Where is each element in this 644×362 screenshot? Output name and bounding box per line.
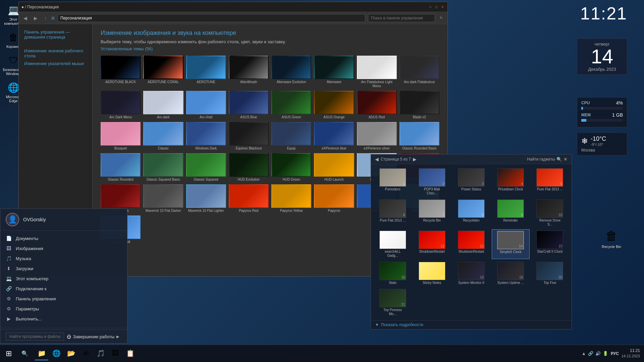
start-menu-item-8[interactable]: ▶ Выполнить... [0,314,127,324]
taskbar-explorer-icon[interactable]: 📁 [35,347,48,360]
gadgets-prev-button[interactable]: ◀ [375,157,379,162]
theme-item-0[interactable]: AEROTUNE BLACK [101,56,141,88]
back-button[interactable]: ◀ [21,15,29,21]
taskbar-edge-icon[interactable]: 🌐 [50,347,63,360]
gadget-item-20[interactable]: 21 Top Process Mo... [374,288,412,317]
theme-item-11[interactable]: ASUS Blue [229,91,269,119]
gadget-item-7[interactable]: 8 Recyclebin [452,198,490,228]
theme-item-22[interactable]: eXPerience silver [357,122,397,150]
gadget-item-4[interactable]: 5 Pure Flat 2013 ... [531,167,569,197]
minimize-button[interactable]: ─ [428,5,433,9]
theme-item-20[interactable]: Equip [271,122,311,150]
tray-network-icon[interactable]: 🔗 [588,351,593,356]
theme-item-25[interactable]: Glassic Squared Basic [143,153,183,182]
forward-button[interactable]: ▶ [32,15,40,21]
gadget-item-16[interactable]: 17 Sticky Notes [413,260,451,286]
gadgets-next-button[interactable]: ▶ [413,157,417,162]
theme-item-10[interactable]: Arc-Void [186,91,226,119]
start-menu-item-7[interactable]: ⚙ Параметры [0,304,127,314]
gadget-item-1[interactable]: 2 POP3 Mail Chec... [413,167,451,197]
theme-item-24[interactable]: Glassic Rounded [101,153,141,182]
start-menu-item-4[interactable]: 💻 Этот компьютер [0,274,127,284]
tray-volume-icon[interactable]: 🔊 [595,351,601,356]
theme-item-35[interactable]: Papyros Red [229,184,269,213]
taskbar-search-button[interactable]: 🔍 [19,348,31,360]
gadget-item-2[interactable]: 3 Power Status [452,167,490,197]
gadgets-close-button[interactable]: ✕ [564,157,568,162]
installed-themes-link[interactable]: Установленные темы (56) [101,46,153,51]
start-search-input[interactable] [6,333,64,341]
theme-item-1[interactable]: AEROTUNE CORAL [143,56,183,88]
gadget-item-15[interactable]: 16 Stats [374,260,412,286]
theme-item-4[interactable]: Alienware Evolution [271,56,311,88]
theme-item-36[interactable]: Papyros Yellow [271,184,311,213]
theme-item-19[interactable]: Equinox Blackout [229,122,269,150]
theme-item-6[interactable]: Arc Flatabulous Light Menu [357,56,397,88]
theme-item-29[interactable]: HUD Launch [314,153,354,182]
close-button[interactable]: ✕ [440,5,445,9]
refresh-button[interactable]: ↻ [438,15,445,21]
theme-item-21[interactable]: eXPerience blue [314,122,354,150]
start-button[interactable]: ⊞ [0,345,17,362]
theme-item-17[interactable]: Classic [143,122,183,150]
start-menu-item-1[interactable]: 🖼 Изображения [0,243,127,253]
theme-item-34[interactable]: Maverick 10 Flat Lighter [186,184,226,213]
start-menu-item-0[interactable]: 📄 Документы [0,233,127,243]
theme-item-8[interactable]: Arc Dark Menu [101,91,141,119]
maximize-button[interactable]: □ [434,5,439,9]
start-menu-item-2[interactable]: 🎵 Музыка [0,253,127,263]
taskbar-time[interactable]: 11:21 14.12.2023 [622,348,640,359]
theme-item-5[interactable]: Alienware [314,56,354,88]
gadget-item-19[interactable]: 20 Top Five [531,260,569,286]
gadget-item-8[interactable]: 9 Reminder [492,198,530,228]
gadget-item-12[interactable]: 13 ShutdownRestart [452,229,490,259]
gadget-item-9[interactable]: 10 Remove Drive S... [531,198,569,228]
sidebar-home-link[interactable]: Панель управления — домашняя страница [19,28,92,41]
taskbar-gallery-icon[interactable]: 🖼 [109,347,122,360]
theme-item-12[interactable]: ASUS Green [271,91,311,119]
shutdown-arrow-icon[interactable]: ▶ [116,335,119,339]
theme-item-15[interactable]: Blade v2 [399,91,439,119]
gadget-item-6[interactable]: 7 Recycle Bin [413,198,451,228]
gadget-item-11[interactable]: 12 ShutdownRestart [413,229,451,259]
taskbar-language[interactable]: РУС [611,351,619,356]
theme-item-18[interactable]: Windows Dark [186,122,226,150]
recycle-bin-desktop-icon[interactable]: 🗑 Recycle Bin [598,227,625,249]
up-button[interactable]: ↑ [42,15,49,21]
gadget-item-3[interactable]: 4 Pricedown Clock [492,167,530,197]
gadget-item-18[interactable]: 19 System Uptime ... [492,260,530,286]
address-input[interactable] [57,14,365,22]
gadget-item-10[interactable]: 11 searchALL Gadg... [374,229,412,259]
taskbar-task-icon[interactable]: 📋 [123,347,137,360]
theme-item-27[interactable]: HUD Evolution [229,153,269,182]
search-input[interactable] [368,14,435,22]
sidebar-mouse-cursors-link[interactable]: Изменение указателей мыши [19,60,92,67]
theme-item-16[interactable]: Bouquet [101,122,141,150]
tray-battery-icon[interactable]: 🔋 [603,351,608,356]
theme-item-37[interactable]: Papyros [314,184,354,213]
theme-item-7[interactable]: Arc-dark Flatabulous [399,56,439,88]
theme-item-9[interactable]: Arc-dark [143,91,183,119]
taskbar-mail-icon[interactable]: ✉ [79,347,93,360]
theme-item-13[interactable]: ASUS Orange [314,91,354,119]
taskbar-media-icon[interactable]: 🎵 [94,347,107,360]
start-menu-item-6[interactable]: ⚙ Панель управления [0,294,127,304]
gadget-item-17[interactable]: 18 System Monitor II [452,260,490,286]
gadget-item-14[interactable]: 15 StarCraft II Clock [531,229,569,259]
start-menu-item-5[interactable]: 🔗 Подключение к [0,284,127,294]
start-menu-item-3[interactable]: ⬇ Загрузки [0,263,127,274]
theme-item-14[interactable]: ASUS Red [357,91,397,119]
theme-item-23[interactable]: Glassic Rounded Basic [399,122,439,150]
theme-item-33[interactable]: Maverick 10 Flat Darker [143,184,183,213]
taskbar-folder2-icon[interactable]: 📂 [64,347,78,360]
sidebar-desktop-icons-link[interactable]: Изменение значков рабочего стола [19,47,92,60]
shutdown-button[interactable]: ⏻ Завершение работы ▶ [64,333,122,341]
gadget-item-13[interactable]: 14 SimpleS Clock [492,229,530,259]
gadgets-footer[interactable]: ▼ Показать подробности [371,320,572,329]
theme-item-3[interactable]: AlienMorph [229,56,269,88]
theme-item-28[interactable]: HUD Green [271,153,311,182]
gadgets-search-button[interactable]: 🔍 [556,157,562,162]
theme-item-26[interactable]: Glassic Squared [186,153,226,182]
theme-item-2[interactable]: AEROTUNE [186,56,226,88]
tray-arrow-icon[interactable]: ▲ [582,351,586,356]
